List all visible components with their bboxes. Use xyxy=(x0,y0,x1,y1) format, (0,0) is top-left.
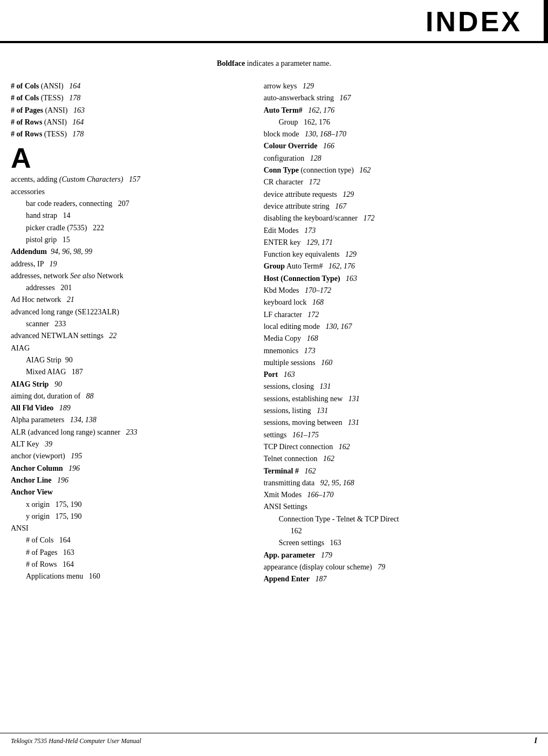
entry-append-enter: Append Enter 187 xyxy=(264,574,537,585)
entry-alpha-params: Alpha parameters 134, 138 xyxy=(11,415,248,425)
section-a: A xyxy=(11,144,248,172)
entry-rows-ansi: # of Rows (ANSI) 164 xyxy=(11,117,248,128)
entry-conn-type-telnet-page: 162 xyxy=(264,526,537,537)
intro-rest: indicates a parameter name. xyxy=(245,59,331,67)
entry-netwlan: advanced NETWLAN settings 22 xyxy=(11,331,248,341)
entry-addresses: addresses 201 xyxy=(11,283,248,293)
entry-ansi-pages: # of Pages 163 xyxy=(11,547,248,558)
entry-addresses-network: addresses, network See also Network xyxy=(11,271,248,281)
entry-ansi-rows: # of Rows 164 xyxy=(11,559,248,570)
entry-sessions-closing: sessions, closing 131 xyxy=(264,381,537,392)
left-column: # of Cols (ANSI) 164 # of Cols (TESS) 17… xyxy=(11,81,258,586)
page-header: INDEX xyxy=(0,0,548,43)
entry-aiag-strip: AIAG Strip 90 xyxy=(11,379,248,390)
footer-left: Teklogix 7535 Hand-Held Computer User Ma… xyxy=(11,737,141,745)
entry-lf-char: LF character 172 xyxy=(264,310,537,320)
entry-local-editing: local editing mode 130, 167 xyxy=(264,321,537,332)
entry-conn-type-telnet: Connection Type - Telnet & TCP Direct xyxy=(264,514,537,525)
entry-sessions-establishing: sessions, establishing new 131 xyxy=(264,394,537,404)
entry-pistol: pistol grip 15 xyxy=(11,235,248,245)
entry-applications-menu: Applications menu 160 xyxy=(11,571,248,582)
entry-port: Port 163 xyxy=(264,369,537,380)
entry-keyboard-lock: keyboard lock 168 xyxy=(264,297,537,308)
entry-block-mode: block mode 130, 168–170 xyxy=(264,129,537,140)
entry-group: Group 162, 176 xyxy=(264,117,537,128)
entry-arrow-keys: arrow keys 129 xyxy=(264,81,537,92)
entry-ansi-settings: ANSI Settings xyxy=(264,501,537,512)
entry-auto-term: Auto Term# 162, 176 xyxy=(264,105,537,116)
entry-aiag-strip-sub: AIAG Strip 90 xyxy=(11,355,248,366)
entry-group-auto-term: Group Auto Term# 162, 176 xyxy=(264,261,537,272)
entry-aiag: AIAG xyxy=(11,343,248,354)
entry-all-fld-video: All Fld Video 189 xyxy=(11,403,248,414)
right-column: arrow keys 129 auto-answerback string 16… xyxy=(258,81,537,586)
entry-device-attr-req: device attribute requests 129 xyxy=(264,189,537,200)
entry-cols-ansi: # of Cols (ANSI) 164 xyxy=(11,81,248,92)
entry-handstrap: hand strap 14 xyxy=(11,210,248,221)
entry-cols-tess: # of Cols (TESS) 178 xyxy=(11,93,248,104)
entry-addendum: Addendum 94, 96, 98, 99 xyxy=(11,246,248,257)
entry-conn-type: Conn Type (connection type) 162 xyxy=(264,165,537,176)
entry-anchor-view: Anchor View xyxy=(11,487,248,498)
entry-mnemonics: mnemonics 173 xyxy=(264,346,537,356)
footer-right: I xyxy=(535,737,537,745)
entry-xmit-modes: Xmit Modes 166–170 xyxy=(264,490,537,500)
entry-enter-key: ENTER key 129, 171 xyxy=(264,237,537,248)
entry-multiple-sessions: multiple sessions 160 xyxy=(264,358,537,368)
entry-aiming-dot: aiming dot, duration of 88 xyxy=(11,391,248,402)
index-columns: # of Cols (ANSI) 164 # of Cols (TESS) 17… xyxy=(0,81,548,586)
entry-accents: accents, adding (Custom Characters) 157 xyxy=(11,174,248,185)
entry-app-parameter: App. parameter 179 xyxy=(264,550,537,561)
entry-y-origin: y origin 175, 190 xyxy=(11,511,248,522)
entry-appearance: appearance (display colour scheme) 79 xyxy=(264,562,537,573)
page: INDEX Boldface indicates a parameter nam… xyxy=(0,0,548,756)
entry-configuration: configuration 128 xyxy=(264,153,537,164)
entry-alt-key: ALT Key 39 xyxy=(11,439,248,450)
entry-alr-scanner2: ALR (advanced long range) scanner 233 xyxy=(11,427,248,438)
entry-barcode: bar code readers, connecting 207 xyxy=(11,198,248,209)
entry-transmitting-data: transmitting data 92, 95, 168 xyxy=(264,478,537,489)
entry-sessions-moving: sessions, moving between 131 xyxy=(264,417,537,428)
entry-cr-char: CR character 172 xyxy=(264,177,537,188)
entry-screen-settings: Screen settings 163 xyxy=(264,538,537,548)
entry-picker: picker cradle (7535) 222 xyxy=(11,223,248,233)
entry-tcp-direct: TCP Direct connection 162 xyxy=(264,442,537,452)
entry-sessions-listing: sessions, listing 131 xyxy=(264,406,537,416)
entry-device-attr-str: device attribute string 167 xyxy=(264,201,537,212)
entry-anchor-viewport: anchor (viewport) 195 xyxy=(11,451,248,462)
entry-ansi: ANSI xyxy=(11,523,248,534)
entry-telnet-conn: Telnet connection 162 xyxy=(264,453,537,464)
header-bar xyxy=(544,0,548,41)
entry-address-ip: address, IP 19 xyxy=(11,259,248,270)
entry-adhoc: Ad Hoc network 21 xyxy=(11,294,248,305)
entry-function-key: Function key equivalents 129 xyxy=(264,249,537,260)
entry-pages-ansi: # of Pages (ANSI) 163 xyxy=(11,105,248,116)
intro-bold: Boldface xyxy=(217,59,245,67)
entry-disabling-kbd: disabling the keyboard/scanner 172 xyxy=(264,213,537,224)
entry-terminal-hash: Terminal # 162 xyxy=(264,466,537,477)
entry-media-copy: Media Copy 168 xyxy=(264,333,537,344)
entry-colour-override: Colour Override 166 xyxy=(264,141,537,152)
entry-mixed-aiag: Mixed AIAG 187 xyxy=(11,367,248,377)
page-title: INDEX xyxy=(426,0,538,41)
entry-ansi-cols: # of Cols 164 xyxy=(11,535,248,546)
entry-edit-modes: Edit Modes 173 xyxy=(264,225,537,236)
entry-rows-tess: # of Rows (TESS) 178 xyxy=(11,129,248,140)
entry-host-conn-type: Host (Connection Type) 163 xyxy=(264,273,537,284)
entry-x-origin: x origin 175, 190 xyxy=(11,499,248,510)
entry-kbd-modes: Kbd Modes 170–172 xyxy=(264,285,537,296)
entry-settings: settings 161–175 xyxy=(264,430,537,441)
entry-anchor-line: Anchor Line 196 xyxy=(11,475,248,486)
entry-accessories: accessories xyxy=(11,187,248,197)
entry-alr-scanner: advanced long range (SE1223ALR) xyxy=(11,307,248,318)
entry-anchor-column: Anchor Column 196 xyxy=(11,463,248,474)
page-footer: Teklogix 7535 Hand-Held Computer User Ma… xyxy=(0,733,548,745)
entry-auto-answerback: auto-answerback string 167 xyxy=(264,93,537,104)
entry-alr-scanner-sub: scanner 233 xyxy=(11,319,248,329)
intro-line: Boldface indicates a parameter name. xyxy=(0,54,548,68)
